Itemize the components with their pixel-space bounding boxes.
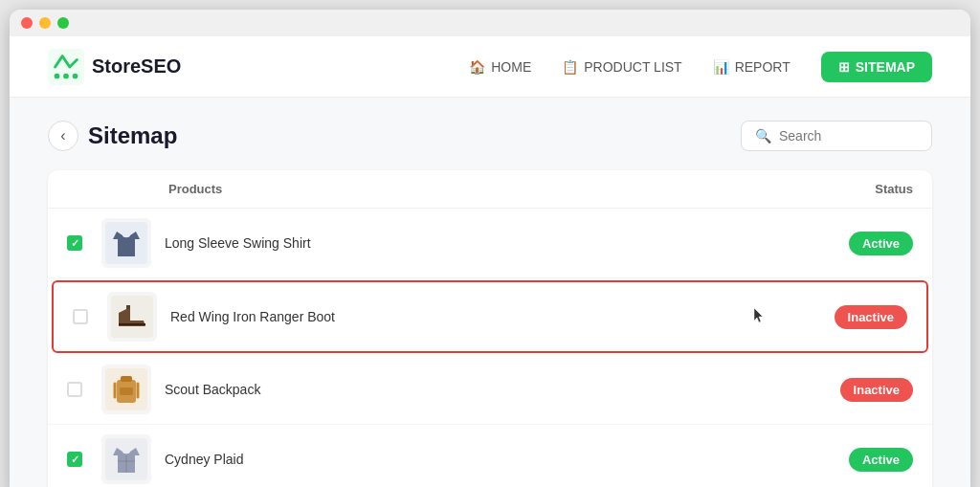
row-checkbox-wrap xyxy=(67,382,101,397)
search-icon: 🔍 xyxy=(755,128,771,144)
nav-home-label: HOME xyxy=(491,59,531,75)
row-checkbox-wrap xyxy=(67,452,101,467)
header-status-col: Status xyxy=(798,182,913,196)
nav-product-list[interactable]: 📋 PRODUCT LIST xyxy=(562,59,681,75)
row-checkbox[interactable] xyxy=(67,452,82,467)
product-name: Red Wing Iron Ranger Boot xyxy=(170,309,792,324)
close-button[interactable] xyxy=(21,17,33,29)
status-col: Inactive xyxy=(798,383,913,397)
nav-report[interactable]: 📊 REPORT xyxy=(713,59,791,75)
nav-report-label: REPORT xyxy=(735,59,791,75)
svg-rect-5 xyxy=(111,296,153,338)
product-list-icon: 📋 xyxy=(562,59,578,75)
svg-point-3 xyxy=(73,73,78,78)
svg-rect-10 xyxy=(120,387,133,395)
header-products-col: Products xyxy=(168,182,798,196)
table-row: Scout Backpack Inactive xyxy=(48,355,932,425)
product-image xyxy=(101,434,151,484)
home-icon: 🏠 xyxy=(469,59,485,75)
svg-point-1 xyxy=(55,73,60,78)
status-col: Active xyxy=(798,236,913,251)
page-title-area: ‹ Sitemap xyxy=(48,121,177,151)
row-checkbox[interactable] xyxy=(73,309,88,324)
row-checkbox-wrap xyxy=(73,309,107,324)
products-table: Products Status Long Sleeve Swing Shirt xyxy=(48,170,932,487)
page-title: Sitemap xyxy=(88,122,177,149)
maximize-button[interactable] xyxy=(57,17,69,29)
row-checkbox-wrap xyxy=(67,235,101,251)
status-badge: Active xyxy=(849,448,913,472)
titlebar xyxy=(10,10,970,36)
status-badge: Active xyxy=(849,232,913,255)
nav-sitemap[interactable]: ⊞ SITEMAP xyxy=(821,52,932,82)
nav-product-list-label: PRODUCT LIST xyxy=(584,59,681,75)
search-input[interactable] xyxy=(779,128,918,144)
search-box[interactable]: 🔍 xyxy=(741,121,932,151)
product-name: Scout Backpack xyxy=(165,382,798,397)
row-checkbox[interactable] xyxy=(67,235,82,251)
table-row: Red Wing Iron Ranger Boot Inactive xyxy=(52,280,928,353)
navbar: StoreSEO 🏠 HOME 📋 PRODUCT LIST 📊 REPORT … xyxy=(10,36,970,98)
product-image xyxy=(107,292,157,342)
sitemap-icon: ⊞ xyxy=(838,59,850,75)
status-badge: Inactive xyxy=(840,378,913,402)
status-col: Inactive xyxy=(792,310,907,324)
report-icon: 📊 xyxy=(713,59,729,75)
status-badge: Inactive xyxy=(835,305,907,329)
minimize-button[interactable] xyxy=(39,17,51,29)
svg-rect-9 xyxy=(121,376,132,382)
svg-point-2 xyxy=(63,73,69,78)
logo-text: StoreSEO xyxy=(92,55,181,77)
nav-sitemap-label: SITEMAP xyxy=(856,59,915,75)
product-image xyxy=(101,218,151,268)
row-checkbox[interactable] xyxy=(67,382,82,397)
page-header: ‹ Sitemap 🔍 xyxy=(48,121,932,151)
logo-icon xyxy=(48,49,84,85)
nav-home[interactable]: 🏠 HOME xyxy=(469,59,531,75)
product-name: Cydney Plaid xyxy=(165,452,798,467)
logo: StoreSEO xyxy=(48,49,181,85)
app-window: StoreSEO 🏠 HOME 📋 PRODUCT LIST 📊 REPORT … xyxy=(10,10,970,487)
product-name: Long Sleeve Swing Shirt xyxy=(165,235,798,251)
table-row: Long Sleeve Swing Shirt Active xyxy=(48,209,932,278)
main-content: ‹ Sitemap 🔍 Products Status xyxy=(10,98,970,487)
back-button[interactable]: ‹ xyxy=(48,121,78,151)
table-header: Products Status xyxy=(48,170,932,209)
nav-links: 🏠 HOME 📋 PRODUCT LIST 📊 REPORT ⊞ SITEMAP xyxy=(469,52,932,82)
table-row: Cydney Plaid Active xyxy=(48,425,932,487)
status-col: Active xyxy=(798,453,913,467)
product-image xyxy=(101,365,151,414)
svg-rect-0 xyxy=(48,49,84,85)
